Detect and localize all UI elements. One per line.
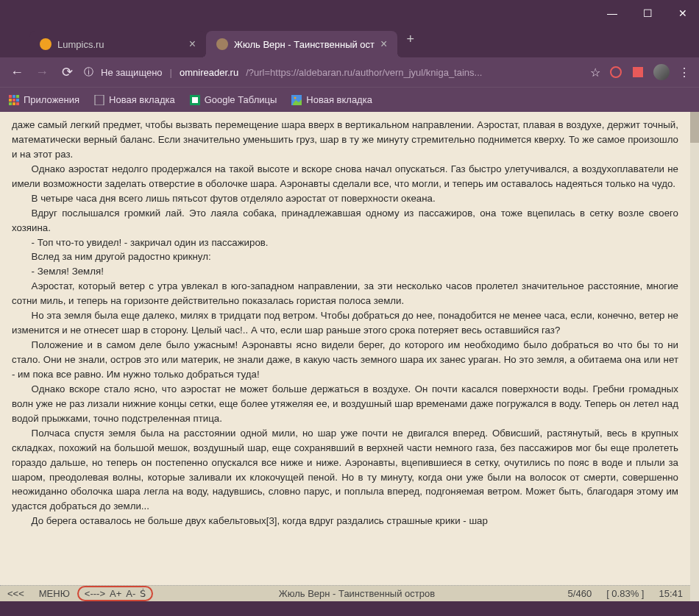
info-icon[interactable]: ⓘ (84, 66, 93, 79)
apps-shortcut[interactable]: Приложения (9, 94, 79, 105)
bookmark-new-tab-2[interactable]: Новая вкладка (291, 94, 372, 105)
svg-rect-2 (9, 95, 12, 98)
prev-page-button[interactable]: <<< (0, 588, 32, 599)
bookmark-star-icon[interactable]: ☆ (590, 66, 600, 79)
close-tab-icon[interactable]: × (189, 38, 196, 51)
paragraph: - Топ что-то увидел! - закричал один из … (12, 236, 678, 250)
svg-point-0 (611, 67, 621, 77)
tab-omnireader[interactable]: Жюль Верн - Таинственный ост × (206, 31, 397, 57)
book-text: даже самый легкий предмет, чтобы вызвать… (0, 112, 690, 601)
opera-icon[interactable] (609, 66, 622, 79)
bookmark-sheets[interactable]: Google Таблицы (190, 94, 277, 105)
svg-rect-8 (9, 102, 12, 105)
url-path: /?url=https://aldebaran.ru/author/vern_j… (246, 67, 482, 78)
paragraph: - Земля! Земля! (12, 264, 678, 279)
minimize-button[interactable]: — (602, 3, 622, 24)
reader-controls-callout: <---> A+ A- Ṡ (77, 586, 153, 601)
reload-button[interactable]: ⟳ (59, 64, 75, 80)
font-decrease-button[interactable]: A- (126, 588, 135, 599)
browser-toolbar: ← → ⟳ ⓘ Не защищено | omnireader.ru/?url… (0, 57, 699, 87)
bookmark-new-tab[interactable]: Новая вкладка (94, 94, 175, 105)
paragraph: Однако аэростат недолго продержался на т… (12, 162, 678, 191)
tab-title: Lumpics.ru (57, 39, 104, 50)
bookmark-label: Google Таблицы (205, 94, 277, 105)
profile-avatar[interactable] (653, 64, 670, 80)
reader-status-bar: <<< МЕНЮ <---> A+ A- Ṡ Жюль Верн - Таинс… (0, 585, 690, 601)
reader-settings-button[interactable]: Ṡ (140, 588, 146, 599)
reader-menu-button[interactable]: МЕНЮ (32, 588, 77, 599)
clock: 15:41 (651, 588, 690, 599)
svg-rect-9 (13, 102, 15, 105)
svg-rect-10 (16, 102, 19, 105)
back-button[interactable]: ← (9, 65, 25, 80)
favicon-icon (40, 38, 52, 50)
width-toggle-button[interactable]: <---> (85, 588, 105, 599)
svg-rect-6 (13, 99, 15, 102)
paragraph: Но эта земля была еще далеко, милях в тр… (12, 308, 678, 338)
svg-rect-1 (633, 67, 643, 77)
page-counter: 5/460 (561, 588, 600, 599)
close-tab-icon[interactable]: × (380, 38, 387, 51)
paragraph: До берега оставалось не больше двух кабе… (12, 514, 678, 528)
favicon-icon (216, 38, 228, 50)
svg-rect-5 (9, 99, 12, 102)
maximize-button[interactable]: ☐ (637, 3, 658, 24)
progress-percent: [ 0.83% ] (599, 588, 651, 599)
window-titlebar: — ☐ ✕ (0, 0, 699, 26)
bookmarks-bar: Приложения Новая вкладка Google Таблицы … (0, 87, 699, 112)
vertical-scrollbar[interactable] (690, 112, 699, 601)
svg-point-15 (294, 96, 297, 99)
svg-rect-4 (16, 95, 19, 98)
bookmark-label: Новая вкладка (109, 94, 175, 105)
new-tab-button[interactable]: + (406, 32, 414, 47)
svg-rect-13 (192, 97, 198, 103)
tab-lumpics[interactable]: Lumpics.ru × (29, 31, 206, 57)
book-title-label: Жюль Верн - Таинственный остров (153, 588, 560, 599)
tab-title: Жюль Верн - Таинственный ост (234, 39, 375, 50)
paragraph: Вдруг послышался громкий лай. Это лаяла … (12, 206, 678, 236)
svg-rect-3 (13, 95, 15, 98)
paragraph: Вслед за ним другой радостно крикнул: (12, 249, 678, 264)
divider: | (170, 67, 172, 78)
paragraph: Аэростат, который ветер с утра увлекал в… (12, 279, 678, 308)
page-icon (94, 95, 104, 105)
scrollbar-thumb[interactable] (690, 112, 699, 143)
paragraph: даже самый легкий предмет, чтобы вызвать… (12, 118, 678, 162)
kebab-menu-icon[interactable]: ⋮ (678, 66, 690, 79)
security-label: Не защищено (101, 67, 163, 78)
font-increase-button[interactable]: A+ (110, 588, 121, 599)
sheets-icon (190, 95, 200, 105)
reader-viewport: даже самый легкий предмет, чтобы вызвать… (0, 112, 699, 601)
bookmark-label: Приложения (24, 94, 79, 105)
svg-rect-11 (95, 95, 104, 105)
paragraph: Положение и в самом деле было ужасным! А… (12, 338, 678, 382)
address-bar[interactable]: ⓘ Не защищено | omnireader.ru/?url=https… (84, 66, 581, 79)
browser-statusbar (0, 601, 699, 616)
forward-button: → (34, 65, 50, 80)
paragraph: В четыре часа дня всего лишь пятьсот фут… (12, 191, 678, 206)
bookmark-label: Новая вкладка (306, 94, 372, 105)
paragraph: Однако вскоре стало ясно, что аэростат н… (12, 382, 678, 426)
svg-rect-7 (16, 99, 19, 102)
paragraph: Полчаса спустя земля была на расстоянии … (12, 426, 678, 514)
url-domain: omnireader.ru (180, 67, 238, 78)
apps-icon (9, 95, 19, 105)
tab-strip: Lumpics.ru × Жюль Верн - Таинственный ос… (0, 26, 699, 57)
image-icon (291, 95, 302, 105)
extension-icon[interactable] (631, 66, 645, 79)
close-button[interactable]: ✕ (673, 3, 693, 24)
